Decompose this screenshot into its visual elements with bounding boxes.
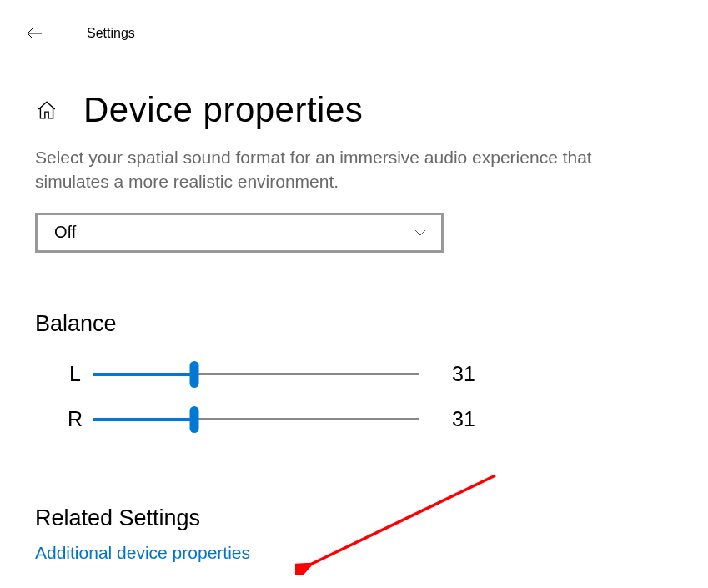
balance-left-slider[interactable]	[93, 362, 419, 387]
balance-right-slider[interactable]	[93, 407, 419, 432]
header-title: Settings	[87, 26, 135, 41]
spatial-sound-dropdown[interactable]: Off	[35, 213, 444, 253]
page-title: Device properties	[83, 90, 363, 130]
slider-thumb-left[interactable]	[189, 361, 198, 388]
slider-fill-right	[93, 418, 194, 421]
slider-thumb-right[interactable]	[189, 406, 198, 433]
balance-left-label: L	[35, 362, 93, 386]
balance-right-value: 31	[452, 407, 475, 431]
page-description: Select your spatial sound format for an …	[35, 145, 669, 194]
additional-device-properties-link[interactable]: Additional device properties	[35, 543, 250, 563]
balance-left-value: 31	[452, 362, 475, 386]
related-settings-heading: Related Settings	[35, 505, 675, 531]
dropdown-selected: Off	[54, 223, 76, 242]
home-icon[interactable]	[35, 98, 58, 122]
slider-fill-left	[93, 373, 194, 376]
chevron-down-icon	[413, 225, 428, 240]
balance-heading: Balance	[35, 311, 675, 337]
balance-right-label: R	[35, 407, 93, 431]
back-button[interactable]	[23, 22, 47, 45]
